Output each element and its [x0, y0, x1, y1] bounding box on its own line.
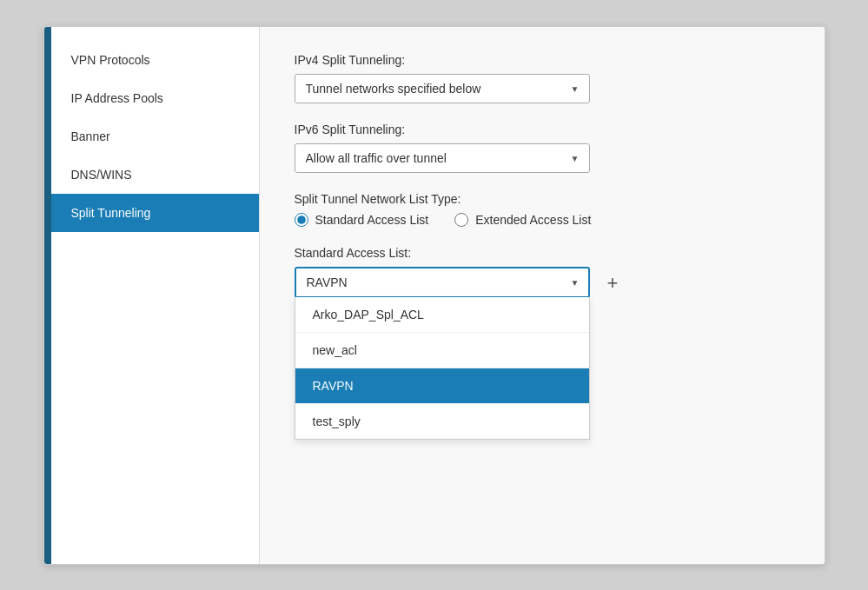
sidebar-item-banner[interactable]: Banner [51, 117, 259, 156]
radio-standard-access-list[interactable]: Standard Access List [295, 213, 429, 227]
ipv6-select[interactable]: Allow all traffic over tunnel Tunnel net… [295, 143, 590, 173]
sidebar: VPN Protocols IP Address Pools Banner DN… [51, 27, 260, 564]
left-accent-bar [44, 27, 51, 564]
access-list-dropdown-container: RAVPN ▼ Arko_DAP_Spl_ACL new_acl RAVPN t… [295, 267, 590, 298]
ipv4-select[interactable]: Tunnel networks specified below Allow al… [295, 74, 590, 103]
dropdown-item-new-acl[interactable]: new_acl [295, 333, 589, 368]
ipv4-label: IPv4 Split Tunneling: [295, 53, 790, 67]
access-list-label: Standard Access List: [295, 246, 790, 260]
sidebar-item-ip-address-pools[interactable]: IP Address Pools [51, 79, 259, 117]
dropdown-item-test-sply[interactable]: test_sply [295, 404, 589, 439]
main-content: IPv4 Split Tunneling: Tunnel networks sp… [260, 27, 825, 564]
network-list-type-group: Split Tunnel Network List Type: Standard… [295, 192, 790, 227]
sidebar-item-dns-wins[interactable]: DNS/WINS [51, 156, 259, 194]
access-list-dropdown-trigger[interactable]: RAVPN [295, 267, 590, 298]
ipv6-label: IPv6 Split Tunneling: [295, 123, 790, 136]
access-list-row: RAVPN ▼ Arko_DAP_Spl_ACL new_acl RAVPN t… [295, 267, 790, 298]
radio-extended-access-list[interactable]: Extended Access List [454, 213, 591, 227]
ipv6-select-wrapper: Allow all traffic over tunnel Tunnel net… [295, 143, 590, 173]
radio-standard-label: Standard Access List [315, 213, 429, 227]
dropdown-item-ravpn[interactable]: RAVPN [295, 368, 589, 404]
radio-extended-label: Extended Access List [475, 213, 591, 227]
ipv6-group: IPv6 Split Tunneling: Allow all traffic … [295, 123, 790, 173]
network-list-type-label: Split Tunnel Network List Type: [295, 192, 790, 206]
sidebar-item-vpn-protocols[interactable]: VPN Protocols [51, 41, 259, 79]
ipv4-group: IPv4 Split Tunneling: Tunnel networks sp… [295, 53, 790, 103]
add-access-list-button[interactable]: + [600, 270, 626, 296]
radio-standard-input[interactable] [295, 213, 308, 227]
access-list-section: Standard Access List: RAVPN ▼ Arko_DAP_S… [295, 246, 790, 298]
radio-extended-input[interactable] [454, 213, 468, 227]
access-list-dropdown-menu: Arko_DAP_Spl_ACL new_acl RAVPN test_sply [295, 297, 590, 440]
sidebar-item-split-tunneling[interactable]: Split Tunneling [51, 194, 259, 232]
radio-options: Standard Access List Extended Access Lis… [295, 213, 790, 227]
dropdown-item-arko[interactable]: Arko_DAP_Spl_ACL [295, 297, 589, 333]
ipv4-select-wrapper: Tunnel networks specified below Allow al… [295, 74, 590, 103]
